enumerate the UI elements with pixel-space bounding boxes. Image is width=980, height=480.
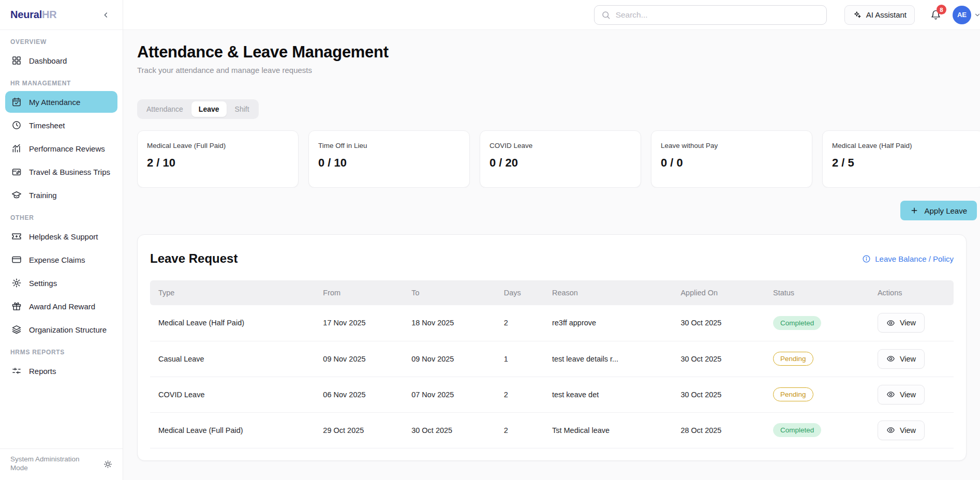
cell-applied-on: 30 Oct 2025 — [672, 377, 765, 412]
cell-applied-on: 30 Oct 2025 — [672, 305, 765, 341]
table-row: Medical Leave (Full Paid) 29 Oct 2025 30… — [150, 412, 954, 448]
view-button[interactable]: View — [878, 385, 925, 404]
calendar-check-icon — [11, 97, 22, 107]
sidebar-item-expense-claims[interactable]: Expense Claims — [5, 249, 117, 271]
view-button-label: View — [900, 355, 916, 363]
notifications-button[interactable]: 8 — [930, 9, 941, 20]
cell-from: 29 Oct 2025 — [315, 412, 403, 448]
table-header-row: Type From To Days Reason Applied On Stat… — [150, 280, 954, 305]
sidebar-item-training[interactable]: Training — [5, 184, 117, 206]
tab-shift[interactable]: Shift — [228, 101, 257, 117]
sparkles-icon — [853, 10, 862, 19]
sidebar-item-award-and-reward[interactable]: Award And Reward — [5, 295, 117, 317]
sidebar-nav: OVERVIEW Dashboard HR MANAGEMENT My Atte… — [0, 30, 123, 448]
page-head: Attendance & Leave Management Track your… — [123, 30, 980, 74]
column-header-from: From — [315, 280, 403, 305]
sidebar-collapse-button[interactable] — [100, 9, 112, 21]
column-header-days: Days — [496, 280, 544, 305]
sidebar-item-label: Dashboard — [29, 56, 67, 65]
cell-to: 30 Oct 2025 — [403, 412, 496, 448]
main-content: Attendance & Leave Management Track your… — [123, 30, 980, 480]
view-button[interactable]: View — [878, 421, 925, 440]
leave-request-header: Leave Request Leave Balance / Policy — [138, 235, 966, 280]
tab-leave[interactable]: Leave — [191, 101, 227, 117]
sidebar-item-helpdesk-support[interactable]: Helpdesk & Support — [5, 226, 117, 247]
cell-to: 09 Nov 2025 — [403, 341, 496, 377]
bar-chart-trend-icon — [11, 143, 22, 154]
sidebar-item-timesheet[interactable]: Timesheet — [5, 114, 117, 136]
balance-card-medical-half: Medical Leave (Half Paid) 2 / 5 — [822, 130, 980, 188]
sidebar-item-label: Performance Reviews — [29, 144, 105, 153]
cell-to: 18 Nov 2025 — [403, 305, 496, 341]
sidebar-item-organization-structure[interactable]: Organization Structure — [5, 319, 117, 340]
attendance-leave-shift-tabs: Attendance Leave Shift — [137, 99, 259, 119]
gift-icon — [11, 301, 22, 311]
avatar[interactable]: AE — [953, 6, 971, 24]
cell-type: Medical Leave (Half Paid) — [150, 305, 315, 341]
sidebar-item-label: Travel & Business Trips — [29, 168, 110, 176]
balance-card-value: 2 / 10 — [147, 156, 289, 170]
view-button[interactable]: View — [878, 313, 925, 333]
column-header-status: Status — [765, 280, 869, 305]
cell-from: 17 Nov 2025 — [315, 305, 403, 341]
apply-leave-button[interactable]: Apply Leave — [900, 201, 977, 220]
chevron-down-icon[interactable] — [974, 11, 980, 19]
leave-balance-policy-link[interactable]: Leave Balance / Policy — [862, 254, 954, 263]
column-header-applied-on: Applied On — [672, 280, 765, 305]
balance-card-leave-without-pay: Leave without Pay 0 / 0 — [651, 130, 812, 188]
balance-card-label: Medical Leave (Full Paid) — [147, 142, 289, 149]
search-input[interactable] — [616, 10, 820, 20]
apply-leave-row: Apply Leave — [123, 201, 980, 220]
sidebar-item-reports[interactable]: Reports — [5, 360, 117, 382]
cell-applied-on: 30 Oct 2025 — [672, 341, 765, 377]
sidebar-item-label: Settings — [29, 279, 57, 288]
leave-request-panel: Leave Request Leave Balance / Policy Typ… — [137, 234, 967, 461]
table-row: Casual Leave 09 Nov 2025 09 Nov 2025 1 t… — [150, 341, 954, 377]
travel-wallet-icon — [11, 167, 22, 177]
sidebar: NeuralHR OVERVIEW Dashboard HR MANAGEMEN… — [0, 0, 123, 480]
view-button[interactable]: View — [878, 349, 925, 369]
cell-type: Casual Leave — [150, 341, 315, 377]
logo-primary: Neural — [10, 9, 42, 20]
cell-days: 2 — [496, 412, 544, 448]
eye-icon — [886, 319, 895, 327]
sun-icon — [103, 460, 112, 469]
column-header-reason: Reason — [544, 280, 672, 305]
clock-icon — [11, 120, 22, 130]
cell-days: 2 — [496, 377, 544, 412]
balance-card-medical-full: Medical Leave (Full Paid) 2 / 10 — [137, 130, 299, 188]
status-badge: Completed — [773, 316, 821, 330]
dashboard-grid-icon — [11, 55, 22, 66]
balance-card-label: COVID Leave — [489, 142, 631, 149]
sidebar-item-label: Reports — [29, 367, 56, 376]
sidebar-item-dashboard[interactable]: Dashboard — [5, 50, 117, 71]
eye-icon — [886, 426, 895, 434]
sidebar-item-travel-business-trips[interactable]: Travel & Business Trips — [5, 161, 117, 183]
sidebar-item-performance-reviews[interactable]: Performance Reviews — [5, 138, 117, 159]
plus-icon — [910, 206, 918, 215]
search-icon — [601, 10, 611, 20]
section-label-other: OTHER — [10, 214, 112, 221]
leave-request-title: Leave Request — [150, 251, 237, 266]
sidebar-item-label: Helpdesk & Support — [29, 232, 98, 241]
sidebar-footer: System Administration Mode — [0, 448, 123, 480]
info-icon — [862, 254, 871, 263]
table-row: Medical Leave (Half Paid) 17 Nov 2025 18… — [150, 305, 954, 341]
status-badge: Completed — [773, 423, 821, 437]
topbar: AI Assistant 8 AE — [123, 0, 980, 30]
tab-attendance[interactable]: Attendance — [139, 101, 190, 117]
leave-balance-cards: Medical Leave (Full Paid) 2 / 10 Time Of… — [137, 130, 980, 188]
theme-toggle-button[interactable] — [103, 460, 112, 469]
sidebar-item-settings[interactable]: Settings — [5, 272, 117, 294]
cell-type: Medical Leave (Full Paid) — [150, 412, 315, 448]
cell-days: 1 — [496, 341, 544, 377]
section-label-hrms-reports: HRMS REPORTS — [10, 349, 112, 356]
ai-assistant-button[interactable]: AI Assistant — [844, 5, 915, 25]
global-search[interactable] — [594, 5, 827, 25]
balance-card-covid: COVID Leave 0 / 20 — [480, 130, 641, 188]
credit-card-icon — [11, 254, 22, 265]
sidebar-item-my-attendance[interactable]: My Attendance — [5, 91, 117, 113]
layers-icon — [11, 324, 22, 335]
cell-reason: test keave det — [544, 377, 672, 412]
cell-reason: test leave details r... — [544, 341, 672, 377]
